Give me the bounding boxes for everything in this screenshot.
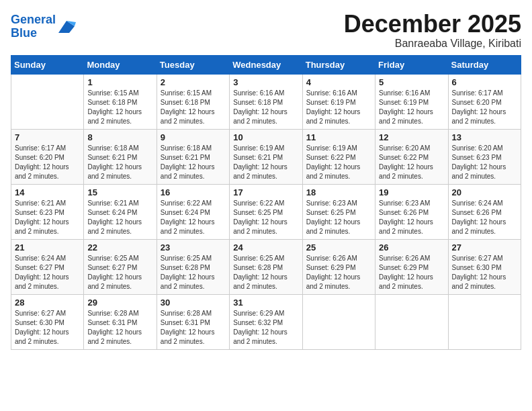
calendar-cell: 7Sunrise: 6:17 AM Sunset: 6:20 PM Daylig… (11, 129, 84, 184)
calendar-cell: 17Sunrise: 6:22 AM Sunset: 6:25 PM Dayli… (230, 184, 302, 239)
calendar-cell: 31Sunrise: 6:29 AM Sunset: 6:32 PM Dayli… (230, 294, 302, 349)
day-info: Sunrise: 6:29 AM Sunset: 6:32 PM Dayligh… (233, 309, 298, 347)
day-info: Sunrise: 6:19 AM Sunset: 6:21 PM Dayligh… (233, 144, 298, 181)
week-row-2: 7Sunrise: 6:17 AM Sunset: 6:20 PM Daylig… (11, 129, 521, 184)
calendar-cell: 12Sunrise: 6:20 AM Sunset: 6:22 PM Dayli… (375, 129, 448, 184)
day-number: 14 (15, 187, 80, 197)
day-info: Sunrise: 6:21 AM Sunset: 6:24 PM Dayligh… (87, 199, 152, 236)
calendar-cell: 27Sunrise: 6:27 AM Sunset: 6:30 PM Dayli… (448, 239, 521, 294)
day-number: 5 (379, 77, 444, 87)
day-info: Sunrise: 6:23 AM Sunset: 6:25 PM Dayligh… (306, 199, 371, 236)
day-number: 26 (379, 242, 444, 253)
day-number: 30 (161, 298, 226, 308)
day-number: 4 (306, 77, 371, 87)
week-row-1: 1Sunrise: 6:15 AM Sunset: 6:18 PM Daylig… (11, 74, 521, 129)
page-header: GeneralBlue December 2025 Banraeaba Vill… (11, 11, 521, 50)
calendar-cell: 11Sunrise: 6:19 AM Sunset: 6:22 PM Dayli… (302, 129, 375, 184)
calendar-cell: 8Sunrise: 6:18 AM Sunset: 6:21 PM Daylig… (84, 129, 157, 184)
day-info: Sunrise: 6:20 AM Sunset: 6:22 PM Dayligh… (379, 144, 444, 181)
calendar-cell: 21Sunrise: 6:24 AM Sunset: 6:27 PM Dayli… (11, 239, 84, 294)
day-info: Sunrise: 6:16 AM Sunset: 6:18 PM Dayligh… (233, 89, 298, 126)
month-title: December 2025 (344, 11, 521, 38)
calendar-cell: 3Sunrise: 6:16 AM Sunset: 6:18 PM Daylig… (230, 74, 302, 129)
header-monday: Monday (84, 55, 157, 74)
calendar-cell: 16Sunrise: 6:22 AM Sunset: 6:24 PM Dayli… (157, 184, 229, 239)
calendar-cell: 18Sunrise: 6:23 AM Sunset: 6:25 PM Dayli… (302, 184, 375, 239)
day-number: 16 (161, 187, 226, 197)
calendar-cell: 5Sunrise: 6:16 AM Sunset: 6:19 PM Daylig… (375, 74, 448, 129)
calendar-cell (375, 294, 448, 349)
day-info: Sunrise: 6:15 AM Sunset: 6:18 PM Dayligh… (161, 89, 226, 126)
day-info: Sunrise: 6:26 AM Sunset: 6:29 PM Dayligh… (379, 254, 444, 291)
day-number: 21 (15, 242, 80, 253)
day-number: 17 (233, 187, 298, 197)
header-friday: Friday (375, 55, 448, 74)
day-number: 31 (233, 298, 298, 308)
calendar-cell: 4Sunrise: 6:16 AM Sunset: 6:19 PM Daylig… (302, 74, 375, 129)
day-number: 6 (452, 77, 517, 87)
day-number: 27 (452, 242, 517, 253)
day-info: Sunrise: 6:16 AM Sunset: 6:19 PM Dayligh… (306, 89, 371, 126)
day-info: Sunrise: 6:24 AM Sunset: 6:26 PM Dayligh… (452, 199, 517, 236)
calendar-cell: 6Sunrise: 6:17 AM Sunset: 6:20 PM Daylig… (448, 74, 521, 129)
day-info: Sunrise: 6:24 AM Sunset: 6:27 PM Dayligh… (15, 254, 80, 291)
logo-icon (57, 19, 76, 34)
calendar-cell: 10Sunrise: 6:19 AM Sunset: 6:21 PM Dayli… (230, 129, 302, 184)
calendar-cell: 24Sunrise: 6:25 AM Sunset: 6:28 PM Dayli… (230, 239, 302, 294)
calendar-cell: 29Sunrise: 6:28 AM Sunset: 6:31 PM Dayli… (84, 294, 157, 349)
calendar-cell: 1Sunrise: 6:15 AM Sunset: 6:18 PM Daylig… (84, 74, 157, 129)
day-number: 2 (161, 77, 226, 87)
calendar-cell (11, 74, 84, 129)
calendar-cell: 25Sunrise: 6:26 AM Sunset: 6:29 PM Dayli… (302, 239, 375, 294)
day-number: 28 (15, 298, 80, 308)
logo-text: GeneralBlue (11, 13, 56, 40)
day-number: 24 (233, 242, 298, 253)
day-info: Sunrise: 6:28 AM Sunset: 6:31 PM Dayligh… (161, 309, 226, 347)
day-info: Sunrise: 6:22 AM Sunset: 6:24 PM Dayligh… (161, 199, 226, 236)
week-row-3: 14Sunrise: 6:21 AM Sunset: 6:23 PM Dayli… (11, 184, 521, 239)
calendar-cell: 9Sunrise: 6:18 AM Sunset: 6:21 PM Daylig… (157, 129, 229, 184)
day-info: Sunrise: 6:18 AM Sunset: 6:21 PM Dayligh… (161, 144, 226, 181)
day-number: 7 (15, 132, 80, 142)
day-number: 8 (87, 132, 152, 142)
day-info: Sunrise: 6:19 AM Sunset: 6:22 PM Dayligh… (306, 144, 371, 181)
header-thursday: Thursday (302, 55, 375, 74)
calendar-cell: 28Sunrise: 6:27 AM Sunset: 6:30 PM Dayli… (11, 294, 84, 349)
day-info: Sunrise: 6:28 AM Sunset: 6:31 PM Dayligh… (87, 309, 152, 347)
calendar-table: SundayMondayTuesdayWednesdayThursdayFrid… (11, 55, 521, 350)
header-tuesday: Tuesday (157, 55, 229, 74)
header-saturday: Saturday (448, 55, 521, 74)
calendar-body: 1Sunrise: 6:15 AM Sunset: 6:18 PM Daylig… (11, 74, 521, 349)
calendar-cell: 26Sunrise: 6:26 AM Sunset: 6:29 PM Dayli… (375, 239, 448, 294)
day-info: Sunrise: 6:25 AM Sunset: 6:27 PM Dayligh… (87, 254, 152, 291)
day-number: 3 (233, 77, 298, 87)
day-number: 9 (161, 132, 226, 142)
day-number: 29 (87, 298, 152, 308)
day-info: Sunrise: 6:25 AM Sunset: 6:28 PM Dayligh… (233, 254, 298, 291)
calendar-cell (302, 294, 375, 349)
day-info: Sunrise: 6:18 AM Sunset: 6:21 PM Dayligh… (87, 144, 152, 181)
day-number: 10 (233, 132, 298, 142)
calendar-cell: 15Sunrise: 6:21 AM Sunset: 6:24 PM Dayli… (84, 184, 157, 239)
calendar-cell (448, 294, 521, 349)
day-info: Sunrise: 6:15 AM Sunset: 6:18 PM Dayligh… (87, 89, 152, 126)
day-number: 1 (87, 77, 152, 87)
day-info: Sunrise: 6:16 AM Sunset: 6:19 PM Dayligh… (379, 89, 444, 126)
week-row-4: 21Sunrise: 6:24 AM Sunset: 6:27 PM Dayli… (11, 239, 521, 294)
day-info: Sunrise: 6:21 AM Sunset: 6:23 PM Dayligh… (15, 199, 80, 236)
calendar-cell: 13Sunrise: 6:20 AM Sunset: 6:23 PM Dayli… (448, 129, 521, 184)
calendar-cell: 2Sunrise: 6:15 AM Sunset: 6:18 PM Daylig… (157, 74, 229, 129)
calendar-cell: 14Sunrise: 6:21 AM Sunset: 6:23 PM Dayli… (11, 184, 84, 239)
day-info: Sunrise: 6:22 AM Sunset: 6:25 PM Dayligh… (233, 199, 298, 236)
day-number: 18 (306, 187, 371, 197)
location: Banraeaba Village, Kiribati (344, 38, 521, 50)
header-sunday: Sunday (11, 55, 84, 74)
day-number: 11 (306, 132, 371, 142)
title-block: December 2025 Banraeaba Village, Kiribat… (344, 11, 521, 50)
day-info: Sunrise: 6:17 AM Sunset: 6:20 PM Dayligh… (15, 144, 80, 181)
day-number: 19 (379, 187, 444, 197)
calendar-cell: 22Sunrise: 6:25 AM Sunset: 6:27 PM Dayli… (84, 239, 157, 294)
calendar-cell: 20Sunrise: 6:24 AM Sunset: 6:26 PM Dayli… (448, 184, 521, 239)
day-number: 12 (379, 132, 444, 142)
logo: GeneralBlue (11, 13, 76, 40)
